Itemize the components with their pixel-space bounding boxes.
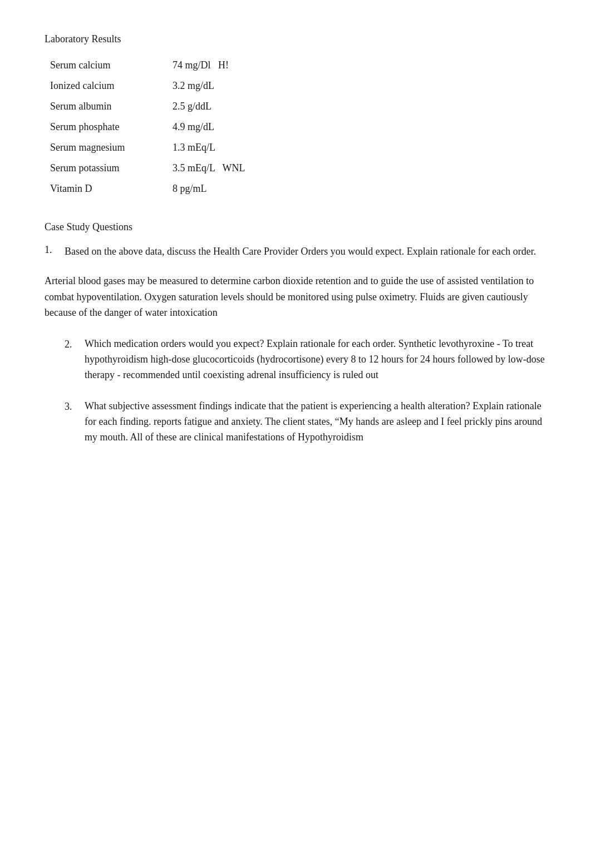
serum-potassium-label: Serum potassium <box>50 158 173 178</box>
question-3: 3. What subjective assessment findings i… <box>65 399 546 445</box>
question-1: 1. Based on the above data, discuss the … <box>45 244 546 260</box>
question-2: 2. Which medication orders would you exp… <box>65 336 546 383</box>
table-row: Serum potassium 3.5 mEq/L WNL <box>50 158 245 178</box>
ionized-calcium-value: 3.2 mg/dL <box>173 76 245 96</box>
table-row: Serum phosphate 4.9 mg/dL <box>50 117 245 137</box>
question-3-number: 3. <box>65 399 80 445</box>
question-2-text: Which medication orders would you expect… <box>85 336 546 383</box>
question-2-row: 2. Which medication orders would you exp… <box>65 336 546 383</box>
serum-phosphate-value: 4.9 mg/dL <box>173 117 245 137</box>
serum-magnesium-value: 1.3 mEq/L <box>173 137 245 158</box>
table-row: Serum albumin 2.5 g/ddL <box>50 96 245 117</box>
table-row: Ionized calcium 3.2 mg/dL <box>50 76 245 96</box>
serum-potassium-value: 3.5 mEq/L WNL <box>173 158 245 178</box>
serum-albumin-label: Serum albumin <box>50 96 173 117</box>
table-row: Serum calcium 74 mg/Dl H! <box>50 55 245 76</box>
question-1-text: Based on the above data, discuss the Hea… <box>65 244 536 260</box>
lab-table: Serum calcium 74 mg/Dl H! Ionized calciu… <box>50 55 245 199</box>
lab-results-section: Laboratory Results Serum calcium 74 mg/D… <box>45 33 546 199</box>
table-row: Vitamin D 8 pg/mL <box>50 178 245 199</box>
lab-title: Laboratory Results <box>45 33 546 45</box>
case-study-title: Case Study Questions <box>45 221 546 233</box>
serum-albumin-value: 2.5 g/ddL <box>173 96 245 117</box>
table-row: Serum magnesium 1.3 mEq/L <box>50 137 245 158</box>
serum-calcium-label: Serum calcium <box>50 55 173 76</box>
question-3-row: 3. What subjective assessment findings i… <box>65 399 546 445</box>
serum-magnesium-label: Serum magnesium <box>50 137 173 158</box>
question-1-number: 1. <box>45 244 60 260</box>
ionized-calcium-label: Ionized calcium <box>50 76 173 96</box>
question-3-text: What subjective assessment findings indi… <box>85 399 546 445</box>
serum-phosphate-label: Serum phosphate <box>50 117 173 137</box>
question-1-row: 1. Based on the above data, discuss the … <box>45 244 546 260</box>
answer-1-paragraph: Arterial blood gases may be measured to … <box>45 273 546 321</box>
vitamin-d-value: 8 pg/mL <box>173 178 245 199</box>
vitamin-d-label: Vitamin D <box>50 178 173 199</box>
case-study-section: Case Study Questions 1. Based on the abo… <box>45 221 546 445</box>
serum-calcium-value: 74 mg/Dl H! <box>173 55 245 76</box>
question-2-number: 2. <box>65 336 80 383</box>
